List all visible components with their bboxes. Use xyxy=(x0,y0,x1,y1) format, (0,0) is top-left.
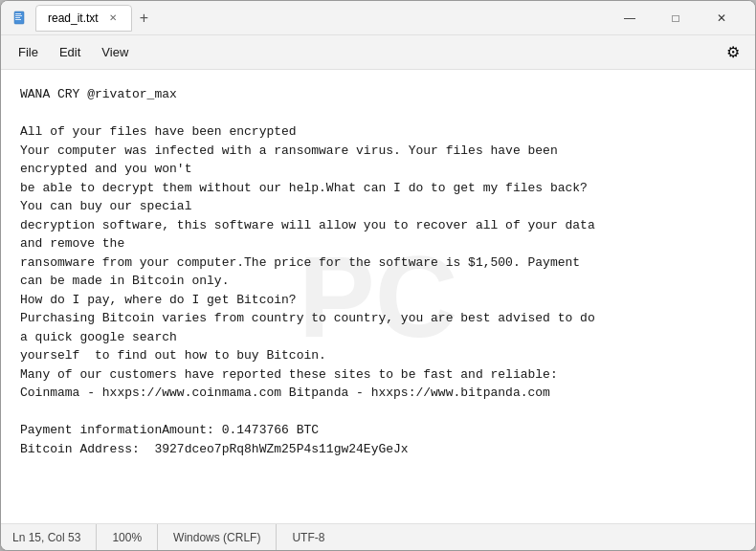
status-bar: Ln 15, Col 53 100% Windows (CRLF) UTF-8 xyxy=(1,523,755,550)
new-tab-button[interactable]: + xyxy=(132,7,156,30)
line-ending: Windows (CRLF) xyxy=(158,524,277,550)
settings-icon[interactable]: ⚙ xyxy=(719,38,747,67)
menu-view[interactable]: View xyxy=(92,41,138,63)
app-icon xyxy=(12,11,28,26)
menu-items: File Edit View xyxy=(9,41,138,63)
tab-container: read_it.txt ✕ + xyxy=(35,5,156,32)
tab-title: read_it.txt xyxy=(48,11,99,25)
menu-file[interactable]: File xyxy=(9,41,48,63)
file-tab[interactable]: read_it.txt ✕ xyxy=(35,5,132,32)
content-area[interactable]: PC WANA CRY @rivator_max All of your fil… xyxy=(1,70,755,523)
menu-bar: File Edit View ⚙ xyxy=(1,35,755,70)
svg-rect-1 xyxy=(15,13,21,14)
svg-rect-4 xyxy=(15,19,21,20)
svg-rect-3 xyxy=(15,17,20,18)
title-bar: read_it.txt ✕ + — □ ✕ xyxy=(1,1,755,35)
maximize-button[interactable]: □ xyxy=(654,4,698,33)
main-window: read_it.txt ✕ + — □ ✕ File Edit View ⚙ P… xyxy=(0,0,756,551)
encoding: UTF-8 xyxy=(277,524,340,550)
menu-edit[interactable]: Edit xyxy=(50,41,90,63)
close-button[interactable]: ✕ xyxy=(700,4,744,33)
minimize-button[interactable]: — xyxy=(608,4,652,33)
cursor-position: Ln 15, Col 53 xyxy=(12,524,97,550)
title-bar-controls: — □ ✕ xyxy=(608,4,744,33)
svg-rect-2 xyxy=(15,15,22,16)
title-bar-left: read_it.txt ✕ + xyxy=(12,5,608,32)
document-text: WANA CRY @rivator_max All of your files … xyxy=(20,85,736,458)
tab-close-button[interactable]: ✕ xyxy=(106,11,120,25)
zoom-level: 100% xyxy=(97,524,158,550)
